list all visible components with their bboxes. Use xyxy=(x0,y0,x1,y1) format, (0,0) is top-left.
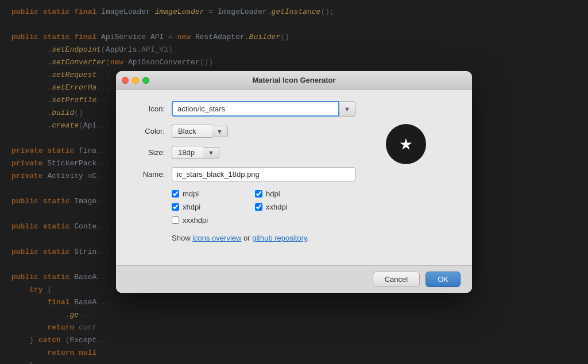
dialog-titlebar: Material Icon Generator xyxy=(116,71,472,90)
size-value: 18dp xyxy=(172,146,203,159)
icon-dropdown-button[interactable]: ▼ xyxy=(339,101,355,117)
titlebar-buttons xyxy=(122,77,149,84)
icon-preview-area: ★ xyxy=(386,124,426,164)
dialog-inner: ★ Icon: ▼ Color: Black ▼ xyxy=(133,101,455,242)
color-value: Black xyxy=(172,125,212,138)
xxxhdpi-checkbox-row: xxxhdpi xyxy=(172,216,455,224)
size-select: 18dp ▼ xyxy=(172,146,219,159)
dialog-footer: Cancel OK xyxy=(116,265,472,293)
close-button[interactable] xyxy=(122,77,129,84)
xxxhdpi-checkbox[interactable] xyxy=(172,216,179,224)
hdpi-checkbox[interactable] xyxy=(255,190,262,198)
xhdpi-label: xhdpi xyxy=(183,203,200,211)
dialog-content: ★ Icon: ▼ Color: Black ▼ xyxy=(116,90,472,265)
xhdpi-checkbox[interactable] xyxy=(172,203,179,211)
icons-overview-link[interactable]: icons overview xyxy=(192,234,241,242)
mdpi-checkbox-row: mdpi xyxy=(172,189,238,198)
material-icon-generator-dialog: Material Icon Generator ★ Icon: ▼ xyxy=(116,71,472,293)
mdpi-label: mdpi xyxy=(183,189,199,198)
hdpi-checkbox-row: hdpi xyxy=(255,189,321,198)
hdpi-label: hdpi xyxy=(266,189,280,198)
xxhdpi-checkbox-row: xxhdpi xyxy=(255,203,321,211)
size-dropdown-button[interactable]: ▼ xyxy=(203,147,219,158)
star-icon: ★ xyxy=(400,133,413,155)
dialog-overlay: Material Icon Generator ★ Icon: ▼ xyxy=(0,0,588,364)
info-text-after: . xyxy=(307,234,309,242)
star-circle: ★ xyxy=(386,124,426,164)
icon-label: Icon: xyxy=(133,104,165,113)
color-label: Color: xyxy=(133,127,165,135)
icon-row: Icon: ▼ xyxy=(133,101,455,117)
minimize-button[interactable] xyxy=(132,77,139,84)
xxhdpi-label: xxhdpi xyxy=(266,203,288,211)
xxhdpi-checkbox[interactable] xyxy=(255,203,262,211)
maximize-button[interactable] xyxy=(142,77,149,84)
ok-button[interactable]: OK xyxy=(425,272,461,287)
checkboxes-section: mdpi hdpi xhdpi xxhdpi xyxy=(172,189,455,224)
mdpi-checkbox[interactable] xyxy=(172,190,179,198)
xxxhdpi-label: xxxhdpi xyxy=(183,216,208,224)
dialog-title: Material Icon Generator xyxy=(252,76,335,84)
info-text-before: Show xyxy=(172,234,192,242)
cancel-button[interactable]: Cancel xyxy=(373,272,420,287)
name-row: Name: xyxy=(133,167,455,181)
color-dropdown-button[interactable]: ▼ xyxy=(212,126,228,137)
name-label: Name: xyxy=(133,170,165,179)
info-text-middle: or xyxy=(241,234,252,242)
icon-input[interactable] xyxy=(172,101,339,117)
color-select: Black ▼ xyxy=(172,125,228,138)
name-input[interactable] xyxy=(172,167,355,181)
icon-input-wrapper: ▼ xyxy=(172,101,355,117)
size-label: Size: xyxy=(133,148,165,157)
info-row: Show icons overview or github repository… xyxy=(172,234,455,242)
checkbox-grid: mdpi hdpi xhdpi xxhdpi xyxy=(172,189,321,211)
xhdpi-checkbox-row: xhdpi xyxy=(172,203,238,211)
github-repository-link[interactable]: github repository xyxy=(252,234,307,242)
